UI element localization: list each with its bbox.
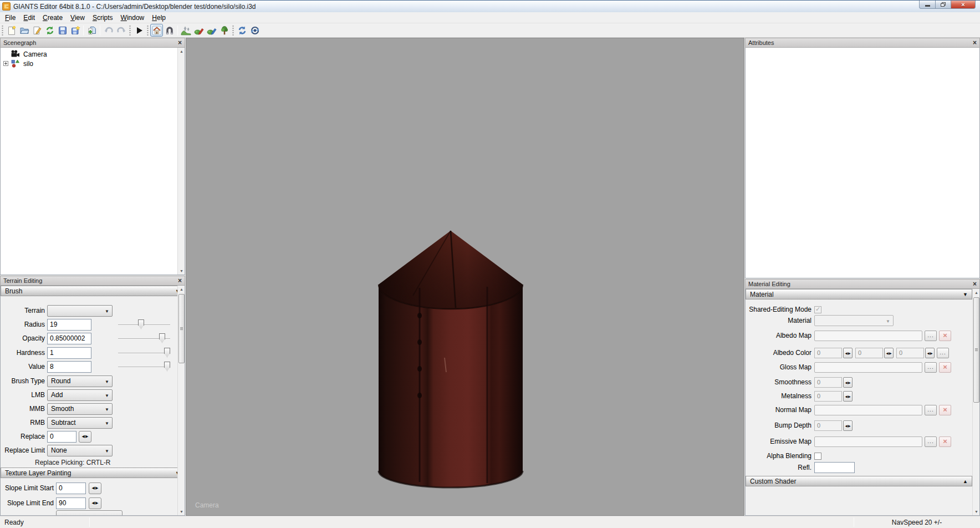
scroll-up-icon[interactable]: ▲ bbox=[178, 286, 185, 293]
stepper-right-icon[interactable]: ▶ bbox=[95, 486, 98, 490]
stepper-right-icon[interactable]: ▶ bbox=[848, 380, 851, 384]
undo-button[interactable] bbox=[102, 24, 115, 37]
scroll-down-icon[interactable]: ▼ bbox=[973, 508, 980, 515]
terrain-paint-button[interactable] bbox=[192, 24, 205, 37]
brush-section-header[interactable]: Brush ▼ bbox=[1, 286, 185, 296]
value-slider[interactable] bbox=[118, 361, 170, 373]
edit-scene-button[interactable] bbox=[30, 24, 43, 37]
normal-map-clear-button[interactable]: × bbox=[939, 405, 951, 415]
hardness-slider[interactable] bbox=[118, 347, 170, 359]
stepper-right-icon[interactable]: ▶ bbox=[930, 351, 933, 355]
title-bar[interactable]: GIANTS Editor 64bit 8.1.0 - C:/Users/adm… bbox=[0, 0, 980, 12]
smoothness-stepper[interactable]: ◀▶ bbox=[843, 377, 853, 388]
scroll-up-icon[interactable]: ▲ bbox=[973, 289, 980, 296]
material-scrollbar[interactable]: ▲ ▼ bbox=[972, 289, 979, 515]
reload-button[interactable] bbox=[43, 24, 56, 37]
slope-limit-start-stepper[interactable]: ◀▶ bbox=[89, 483, 101, 494]
close-panel-icon[interactable]: × bbox=[178, 40, 182, 45]
material-section-header[interactable]: Material ▼ bbox=[746, 289, 972, 299]
value-slider-thumb[interactable] bbox=[164, 362, 170, 372]
replace-stepper[interactable]: ◀▶ bbox=[79, 431, 91, 443]
opacity-slider-thumb[interactable] bbox=[159, 333, 165, 343]
stepper-left-icon[interactable]: ◀ bbox=[886, 351, 889, 355]
slope-limit-end-input[interactable] bbox=[56, 497, 86, 509]
hardness-slider-thumb[interactable] bbox=[164, 348, 170, 358]
new-file-button[interactable] bbox=[5, 24, 18, 37]
toolbar-drag-handle[interactable] bbox=[1, 26, 4, 35]
menu-scripts[interactable]: Scripts bbox=[89, 13, 117, 23]
stepper-right-icon[interactable]: ▶ bbox=[848, 424, 851, 428]
stepper-left-icon[interactable]: ◀ bbox=[92, 486, 95, 490]
expand-icon[interactable] bbox=[3, 61, 8, 66]
stepper-right-icon[interactable]: ▶ bbox=[95, 501, 98, 505]
opacity-input[interactable] bbox=[47, 333, 91, 344]
menu-create[interactable]: Create bbox=[39, 13, 67, 23]
normal-map-browse-button[interactable]: ... bbox=[925, 405, 937, 415]
stepper-right-icon[interactable]: ▶ bbox=[889, 351, 892, 355]
slope-limit-start-input[interactable] bbox=[56, 483, 86, 494]
stepper-right-icon[interactable]: ▶ bbox=[848, 394, 851, 398]
bump-depth-stepper[interactable]: ◀▶ bbox=[843, 420, 853, 431]
scroll-down-icon[interactable]: ▼ bbox=[178, 267, 185, 275]
attributes-header[interactable]: Attributes × bbox=[745, 38, 980, 48]
scrollbar-thumb[interactable] bbox=[973, 297, 979, 403]
lmb-dropdown[interactable]: Add ▼ bbox=[47, 389, 113, 401]
reload-textures-button[interactable] bbox=[236, 24, 248, 37]
albedo-color-b-field[interactable]: 0 bbox=[896, 348, 924, 358]
radius-slider[interactable] bbox=[118, 319, 170, 331]
toolbar-drag-handle[interactable] bbox=[129, 26, 131, 35]
terrain-dropdown[interactable]: ▼ bbox=[47, 305, 113, 317]
toolbar-drag-handle[interactable] bbox=[232, 26, 234, 35]
replace-input[interactable] bbox=[47, 431, 76, 443]
save-button[interactable] bbox=[56, 24, 69, 37]
gloss-map-clear-button[interactable]: × bbox=[939, 362, 951, 373]
minimize-button[interactable] bbox=[919, 1, 936, 9]
tree-brush-button[interactable] bbox=[218, 24, 231, 37]
terrain-editing-header[interactable]: Terrain Editing × bbox=[0, 276, 185, 286]
select-tool-button[interactable] bbox=[150, 24, 163, 37]
custom-shader-header[interactable]: Custom Shader ▲ bbox=[746, 476, 972, 486]
silo-3d-object[interactable] bbox=[186, 38, 744, 515]
smoothness-field[interactable]: 0 bbox=[814, 377, 842, 388]
albedo-color-g-field[interactable]: 0 bbox=[855, 348, 883, 358]
emissive-map-field[interactable] bbox=[814, 436, 922, 447]
play-button[interactable] bbox=[132, 24, 145, 37]
gloss-map-browse-button[interactable]: ... bbox=[925, 362, 937, 373]
export-button[interactable] bbox=[69, 24, 81, 37]
menu-help[interactable]: Help bbox=[148, 13, 170, 23]
clipped-dropdown[interactable] bbox=[56, 510, 122, 516]
stepper-right-icon[interactable]: ▶ bbox=[85, 434, 88, 439]
stepper-left-icon[interactable]: ◀ bbox=[927, 351, 930, 355]
stepper-left-icon[interactable]: ◀ bbox=[82, 434, 85, 439]
emissive-map-clear-button[interactable]: × bbox=[939, 436, 951, 447]
mmb-dropdown[interactable]: Smooth ▼ bbox=[47, 403, 113, 415]
albedo-map-clear-button[interactable]: × bbox=[939, 331, 951, 341]
metalness-field[interactable]: 0 bbox=[814, 391, 842, 402]
snap-tool-button[interactable] bbox=[163, 24, 176, 37]
stepper-left-icon[interactable]: ◀ bbox=[845, 424, 848, 428]
normal-map-field[interactable] bbox=[814, 405, 922, 415]
albedo-map-browse-button[interactable]: ... bbox=[925, 331, 937, 341]
stepper-left-icon[interactable]: ◀ bbox=[845, 351, 848, 355]
bump-depth-field[interactable]: 0 bbox=[814, 420, 842, 431]
opacity-slider[interactable] bbox=[118, 333, 170, 344]
recompute-lighting-button[interactable] bbox=[248, 24, 261, 37]
redo-button[interactable] bbox=[115, 24, 127, 37]
shared-editing-mode-checkbox[interactable] bbox=[814, 306, 821, 313]
menu-edit[interactable]: Edit bbox=[19, 13, 39, 23]
menu-file[interactable]: File bbox=[1, 13, 19, 23]
import-button[interactable] bbox=[85, 24, 98, 37]
slope-limit-end-stepper[interactable]: ◀▶ bbox=[89, 497, 101, 509]
material-editing-header[interactable]: Material Editing × bbox=[745, 279, 980, 289]
close-panel-icon[interactable]: × bbox=[973, 40, 977, 45]
replace-limit-dropdown[interactable]: None ▼ bbox=[47, 445, 113, 456]
stepper-left-icon[interactable]: ◀ bbox=[845, 380, 848, 384]
open-file-button[interactable] bbox=[18, 24, 30, 37]
terrain-scrollbar[interactable]: ▲ ▼ bbox=[177, 286, 185, 515]
albedo-color-r-field[interactable]: 0 bbox=[814, 348, 842, 358]
toolbar-drag-handle[interactable] bbox=[146, 26, 149, 35]
scenegraph-item-silo[interactable]: silo bbox=[1, 59, 185, 68]
albedo-color-r-stepper[interactable]: ◀▶ bbox=[843, 348, 853, 358]
close-panel-icon[interactable]: × bbox=[178, 278, 182, 283]
metalness-stepper[interactable]: ◀▶ bbox=[843, 391, 853, 402]
